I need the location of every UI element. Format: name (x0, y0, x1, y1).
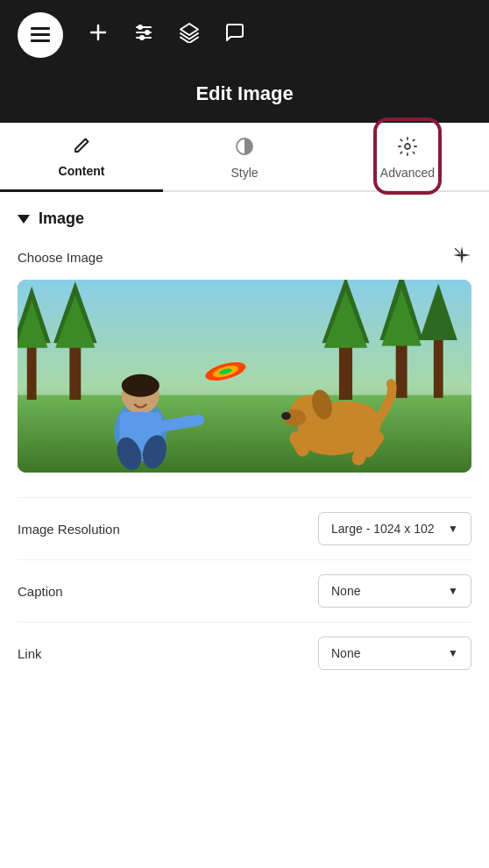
image-resolution-label: Image Resolution (18, 522, 120, 537)
svg-rect-1 (31, 33, 50, 36)
header: Edit Image (0, 70, 489, 123)
pencil-icon (73, 137, 90, 159)
caption-row: Caption None ▼ (18, 559, 471, 622)
image-resolution-select[interactable]: Large - 1024 x 102 ▼ (318, 512, 471, 545)
link-dropdown-arrow: ▼ (448, 647, 458, 659)
caption-label: Caption (18, 584, 63, 599)
tab-advanced[interactable]: Advanced (326, 123, 489, 190)
plus-icon[interactable] (88, 22, 109, 48)
collapse-triangle-icon[interactable] (18, 215, 30, 224)
tab-content-label: Content (59, 164, 105, 178)
tab-advanced-label: Advanced (380, 166, 435, 180)
svg-rect-16 (18, 395, 471, 473)
link-select[interactable]: None ▼ (318, 637, 471, 670)
sparkle-icon[interactable] (452, 245, 471, 269)
link-value: None (331, 646, 360, 660)
svg-point-8 (145, 31, 149, 34)
link-label: Link (18, 646, 42, 661)
svg-rect-2 (31, 39, 50, 42)
choose-image-label: Choose Image (18, 250, 103, 265)
caption-select[interactable]: None ▼ (318, 574, 471, 608)
choose-image-row: Choose Image (18, 245, 471, 269)
tab-content[interactable]: Content (0, 123, 163, 190)
content-area: Image Choose Image (0, 192, 489, 868)
image-resolution-dropdown-arrow: ▼ (448, 523, 458, 535)
svg-point-44 (281, 412, 291, 420)
link-row: Link None ▼ (18, 622, 471, 684)
gear-icon (398, 137, 417, 160)
page-title: Edit Image (195, 82, 293, 104)
image-scene (18, 280, 471, 473)
image-resolution-value: Large - 1024 x 102 (331, 522, 435, 536)
tabs-container: Content Style Advanced (0, 123, 489, 192)
section-title: Image (39, 210, 84, 228)
chat-icon[interactable] (224, 22, 245, 48)
section-header: Image (18, 210, 471, 228)
image-preview (18, 280, 471, 473)
caption-dropdown-arrow: ▼ (448, 585, 458, 597)
tab-style[interactable]: Style (163, 123, 326, 190)
layers-icon[interactable] (179, 22, 200, 48)
tab-style-label: Style (230, 166, 258, 180)
svg-point-10 (140, 36, 144, 39)
top-bar (0, 0, 489, 70)
svg-rect-0 (31, 27, 50, 30)
logo-icon[interactable] (18, 12, 63, 58)
image-resolution-row: Image Resolution Large - 1024 x 102 ▼ (18, 497, 471, 559)
svg-marker-11 (181, 24, 198, 35)
half-circle-icon (235, 137, 254, 160)
sliders-icon[interactable] (133, 22, 154, 48)
caption-value: None (331, 584, 360, 598)
svg-point-14 (461, 254, 464, 257)
svg-point-36 (122, 374, 159, 397)
svg-point-6 (138, 25, 142, 29)
svg-point-13 (405, 144, 410, 149)
